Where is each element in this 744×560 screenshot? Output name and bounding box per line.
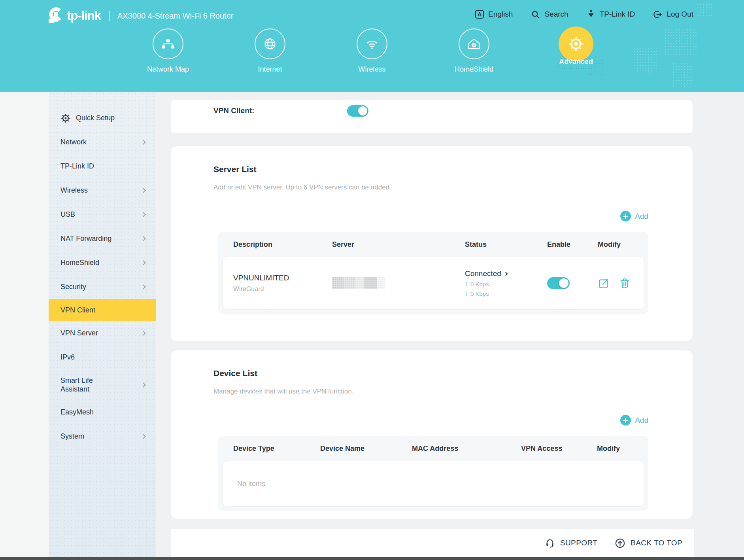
server-enable-cell xyxy=(547,277,598,289)
search-button[interactable]: Search xyxy=(531,10,568,19)
sidebar-item-nat-forwarding[interactable]: NAT Forwarding xyxy=(49,227,156,251)
tab-wireless[interactable]: Wireless xyxy=(321,28,423,74)
divider xyxy=(213,198,648,198)
download-rate: ↓ 0 Kbps xyxy=(465,290,547,297)
server-address-redacted xyxy=(332,277,385,289)
headset-icon xyxy=(545,538,555,548)
sidebar-item-network[interactable]: Network xyxy=(49,130,156,154)
sidebar-item-system[interactable]: System xyxy=(49,424,156,448)
col-device-name: Device Name xyxy=(320,445,412,453)
delete-icon[interactable] xyxy=(619,277,631,289)
chevron-right-icon xyxy=(141,140,146,145)
device-add-button[interactable]: Add xyxy=(213,415,648,426)
add-icon xyxy=(620,211,631,221)
col-vpn-access: VPN Access xyxy=(521,445,597,453)
chevron-right-icon xyxy=(141,212,146,217)
col-modify: Modify xyxy=(597,445,648,453)
table-row: VPNUNLIMITED WireGuard Connected ↑ xyxy=(223,257,644,309)
back-to-top-label: BACK TO TOP xyxy=(631,539,682,547)
tab-advanced[interactable]: Advanced xyxy=(525,28,627,74)
quick-setup-gear-icon xyxy=(60,113,71,123)
main-content: VPN Client: Server List Add or edit VPN … xyxy=(156,92,744,560)
tplink-id-label: TP-Link ID xyxy=(600,10,635,19)
col-status: Status xyxy=(465,240,547,249)
router-model-title: AX3000 4-Stream Wi-Fi 6 Router xyxy=(117,11,233,21)
download-arrow-icon: ↓ xyxy=(465,290,468,297)
advanced-decor-dots xyxy=(556,60,596,70)
device-list-subtitle: Manage devices that will use the VPN fun… xyxy=(213,388,648,395)
server-table-body: VPNUNLIMITED WireGuard Connected ↑ xyxy=(223,257,644,309)
sidebar-item-homeshield[interactable]: HomeShield xyxy=(49,251,156,275)
tab-homeshield[interactable]: HomeShield xyxy=(423,28,525,74)
language-button[interactable]: A English xyxy=(475,10,513,19)
server-list-title: Server List xyxy=(213,165,648,174)
chevron-right-icon xyxy=(141,236,146,241)
sidebar-item-smart-life-assistant[interactable]: Smart Life Assistant xyxy=(49,369,156,400)
col-description: Description xyxy=(233,240,332,249)
device-table: Device Type Device Name MAC Address VPN … xyxy=(218,436,648,511)
server-protocol: WireGuard xyxy=(233,286,332,293)
chevron-right-icon xyxy=(141,382,146,388)
header-divider xyxy=(109,11,110,21)
chevron-right-icon xyxy=(141,331,146,336)
header-actions: A English Search TP-Link ID xyxy=(475,9,693,19)
search-icon xyxy=(531,10,540,19)
tplink-id-button[interactable]: TP-Link ID xyxy=(587,9,635,19)
chevron-right-icon xyxy=(141,284,146,289)
server-list-subtitle: Add or edit VPN server. Up to 6 VPN serv… xyxy=(213,184,648,191)
tab-internet[interactable]: Internet xyxy=(219,28,321,74)
server-add-button[interactable]: Add xyxy=(213,211,648,221)
sidebar-item-vpn-server[interactable]: VPN Server xyxy=(49,321,156,345)
col-server: Server xyxy=(332,240,465,249)
logout-icon xyxy=(653,10,662,19)
divider xyxy=(213,402,648,402)
chevron-right-icon xyxy=(504,272,508,276)
upload-rate: ↑ 0 Kbps xyxy=(465,280,547,288)
sidebar-item-security[interactable]: Security xyxy=(49,275,156,299)
server-address-cell xyxy=(332,277,465,289)
sidebar: Quick Setup Network TP-Link ID Wireless … xyxy=(49,92,156,560)
tab-network-map[interactable]: Network Map xyxy=(117,28,219,74)
brand-wordmark: tp-link xyxy=(67,9,101,23)
device-list-title: Device List xyxy=(213,369,648,378)
left-gutter xyxy=(0,92,49,560)
network-map-icon xyxy=(153,28,183,59)
status-text: Connected xyxy=(465,269,501,278)
device-list-card: Device List Manage devices that will use… xyxy=(171,350,693,519)
logout-label: Log Out xyxy=(667,10,693,19)
upload-arrow-icon: ↑ xyxy=(465,280,468,288)
sidebar-item-tplink-id[interactable]: TP-Link ID xyxy=(49,154,156,178)
back-to-top-button[interactable]: BACK TO TOP xyxy=(615,538,682,549)
sidebar-item-vpn-client[interactable]: VPN Client xyxy=(49,299,156,321)
chevron-right-icon xyxy=(141,434,146,439)
main-nav: Network Map Internet Wirele xyxy=(0,28,744,74)
language-icon: A xyxy=(475,10,484,19)
support-button[interactable]: SUPPORT xyxy=(545,538,597,548)
internet-icon xyxy=(255,28,285,59)
logout-button[interactable]: Log Out xyxy=(653,10,693,19)
sidebar-item-quick-setup[interactable]: Quick Setup xyxy=(49,106,156,130)
tab-label: HomeShield xyxy=(455,65,493,74)
add-icon xyxy=(620,415,631,426)
header: tp-link AX3000 4-Stream Wi-Fi 6 Router A… xyxy=(0,0,744,92)
sidebar-item-ipv6[interactable]: IPv6 xyxy=(49,345,156,369)
sidebar-item-wireless[interactable]: Wireless xyxy=(49,178,156,202)
server-table: Description Server Status Enable Modify … xyxy=(218,232,648,314)
status-link[interactable]: Connected xyxy=(465,269,547,278)
support-label: SUPPORT xyxy=(560,539,597,547)
server-modify-cell xyxy=(598,277,644,289)
empty-state: No items xyxy=(223,461,644,506)
vpn-client-label: VPN Client: xyxy=(213,106,254,115)
edit-icon[interactable] xyxy=(598,277,610,289)
search-label: Search xyxy=(544,10,568,19)
chevron-right-icon xyxy=(141,188,146,193)
tab-label: Network Map xyxy=(147,65,189,74)
server-enable-toggle[interactable] xyxy=(547,277,570,289)
vpn-client-toggle[interactable] xyxy=(347,105,368,117)
brand-area: tp-link AX3000 4-Stream Wi-Fi 6 Router xyxy=(45,6,233,25)
chevron-right-icon xyxy=(141,260,146,265)
sidebar-item-usb[interactable]: USB xyxy=(49,202,156,227)
sidebar-item-easymesh[interactable]: EasyMesh xyxy=(49,400,156,424)
sidebar-item-label: Quick Setup xyxy=(76,114,115,122)
language-label: English xyxy=(488,10,513,19)
